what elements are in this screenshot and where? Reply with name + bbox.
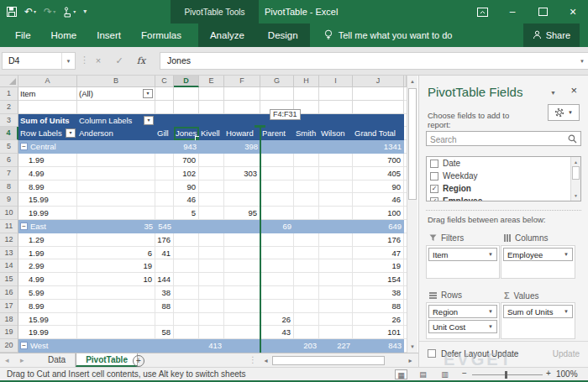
cell-J7[interactable]: 405 bbox=[353, 167, 404, 181]
cell-D4[interactable]: Jones bbox=[174, 127, 199, 140]
cell-B8[interactable] bbox=[77, 181, 155, 194]
cell-A18[interactable]: 15.99 bbox=[18, 313, 77, 327]
filters-area[interactable]: Item▼ bbox=[426, 245, 500, 279]
filter-dropdown-icon[interactable]: ▾ bbox=[144, 116, 154, 125]
cell-I5[interactable] bbox=[319, 140, 353, 154]
cell-G16[interactable] bbox=[260, 286, 294, 300]
cell-F1[interactable] bbox=[224, 87, 260, 101]
cell-J11[interactable]: 649 bbox=[353, 220, 404, 233]
cell-F9[interactable] bbox=[224, 193, 260, 207]
cell-J13[interactable]: 47 bbox=[353, 247, 404, 260]
filter-dropdown-icon[interactable]: ▾ bbox=[66, 128, 76, 138]
cell-I13[interactable] bbox=[319, 247, 353, 260]
cell-E13[interactable] bbox=[199, 247, 224, 260]
cell-A8[interactable]: 8.99 bbox=[18, 181, 77, 194]
cell-D19[interactable] bbox=[174, 326, 199, 339]
cell-D6[interactable]: 700 bbox=[174, 154, 199, 167]
cell-H7[interactable] bbox=[294, 167, 319, 181]
save-icon[interactable] bbox=[7, 7, 17, 17]
cell-G18[interactable]: 26 bbox=[260, 313, 294, 327]
touch-mode-icon[interactable]: ▾ bbox=[63, 0, 76, 24]
field-checkbox-region[interactable]: ✓ bbox=[430, 185, 438, 193]
cell-I17[interactable] bbox=[319, 300, 353, 313]
cell-D16[interactable] bbox=[174, 286, 199, 300]
pane-close-icon[interactable]: × bbox=[570, 84, 577, 97]
cell-J2[interactable] bbox=[353, 101, 404, 114]
cell-C20[interactable] bbox=[155, 339, 174, 353]
cell-J16[interactable]: 38 bbox=[353, 286, 404, 300]
cell-J4[interactable]: Grand Total bbox=[353, 127, 404, 140]
sheet-tab-data[interactable]: Data bbox=[39, 353, 76, 367]
cell-C7[interactable] bbox=[155, 167, 174, 181]
row-number-17[interactable]: 17 bbox=[0, 300, 18, 313]
cell-B16[interactable] bbox=[77, 286, 155, 300]
row-number-14[interactable]: 14 bbox=[0, 259, 18, 273]
cell-H19[interactable] bbox=[294, 326, 319, 339]
cell-G14[interactable] bbox=[260, 259, 294, 273]
col-header-F[interactable]: F bbox=[224, 76, 260, 87]
cell-I9[interactable] bbox=[319, 193, 353, 207]
cell-G15[interactable] bbox=[260, 273, 294, 286]
share-button[interactable]: Share bbox=[523, 24, 580, 47]
cell-J14[interactable]: 19 bbox=[353, 259, 404, 273]
cell-A15[interactable]: 4.99 bbox=[18, 273, 77, 286]
hscroll-right-icon[interactable]: ▸ bbox=[405, 355, 416, 366]
ribbon-display-options-icon[interactable] bbox=[467, 0, 497, 24]
scroll-up-icon[interactable]: ▲ bbox=[407, 76, 417, 87]
cell-B5[interactable] bbox=[77, 140, 155, 154]
cell-C2[interactable] bbox=[155, 101, 174, 114]
cell-B12[interactable] bbox=[77, 233, 155, 247]
row-number-10[interactable]: 10 bbox=[0, 207, 18, 220]
cell-A2[interactable] bbox=[18, 101, 77, 114]
cell-E6[interactable] bbox=[199, 154, 224, 167]
cell-G4[interactable]: Parent bbox=[260, 127, 294, 140]
cell-F14[interactable] bbox=[224, 259, 260, 273]
cell-C14[interactable] bbox=[155, 259, 174, 273]
cell-I18[interactable] bbox=[319, 313, 353, 327]
cell-A10[interactable]: 19.99 bbox=[18, 207, 77, 220]
cell-I10[interactable] bbox=[319, 207, 353, 220]
zoom-level[interactable]: 100% bbox=[556, 369, 578, 379]
cell-F20[interactable] bbox=[224, 339, 260, 353]
cell-G11[interactable]: 69 bbox=[260, 220, 294, 233]
cell-A11[interactable]: −East bbox=[18, 220, 77, 233]
row-number-6[interactable]: 6 bbox=[0, 154, 18, 167]
cell-E17[interactable] bbox=[199, 300, 224, 313]
ribbon-tab-insert[interactable]: Insert bbox=[87, 24, 131, 47]
search-input[interactable] bbox=[428, 133, 558, 146]
select-all-corner[interactable] bbox=[0, 76, 18, 87]
collapse-icon[interactable]: − bbox=[20, 342, 28, 349]
field-checkbox-employee[interactable]: ✓ bbox=[430, 197, 438, 202]
cell-F13[interactable] bbox=[224, 247, 260, 260]
cell-H11[interactable] bbox=[294, 220, 319, 233]
name-box[interactable]: D4 ▼ bbox=[2, 52, 76, 70]
zoom-out-icon[interactable]: − bbox=[462, 369, 467, 378]
cell-F11[interactable] bbox=[224, 220, 260, 233]
cell-G6[interactable] bbox=[260, 154, 294, 167]
col-header-E[interactable]: E bbox=[199, 76, 224, 87]
customize-qat-icon[interactable]: ▾ bbox=[83, 0, 87, 24]
pane-options-icon[interactable]: ▼ bbox=[550, 90, 556, 96]
col-header-I[interactable]: I bbox=[319, 76, 353, 87]
cell-G17[interactable] bbox=[260, 300, 294, 313]
cell-A6[interactable]: 1.99 bbox=[18, 154, 77, 167]
cell-I1[interactable] bbox=[319, 87, 353, 101]
cell-B11[interactable]: 35 bbox=[77, 220, 155, 233]
cell-F4[interactable]: Howard bbox=[224, 127, 260, 140]
worksheet-grid[interactable]: ABCDEFGHIJ 1Item(All)▾23Sum of UnitsColu… bbox=[0, 76, 407, 353]
cell-J18[interactable]: 26 bbox=[353, 313, 404, 327]
cell-H12[interactable] bbox=[294, 233, 319, 247]
cell-D7[interactable]: 102 bbox=[174, 167, 199, 181]
cell-G8[interactable] bbox=[260, 181, 294, 194]
cell-J15[interactable]: 154 bbox=[353, 273, 404, 286]
row-number-8[interactable]: 8 bbox=[0, 181, 18, 194]
field-dropdown-icon[interactable]: ▼ bbox=[488, 324, 493, 329]
cell-F10[interactable]: 95 bbox=[224, 207, 260, 220]
cell-H1[interactable] bbox=[294, 87, 319, 101]
cell-J20[interactable]: 843 bbox=[353, 339, 404, 353]
cell-C8[interactable] bbox=[155, 181, 174, 194]
cell-C6[interactable] bbox=[155, 154, 174, 167]
close-button[interactable]: × bbox=[558, 0, 588, 24]
col-header-D[interactable]: D bbox=[174, 76, 199, 87]
cell-C16[interactable]: 38 bbox=[155, 286, 174, 300]
